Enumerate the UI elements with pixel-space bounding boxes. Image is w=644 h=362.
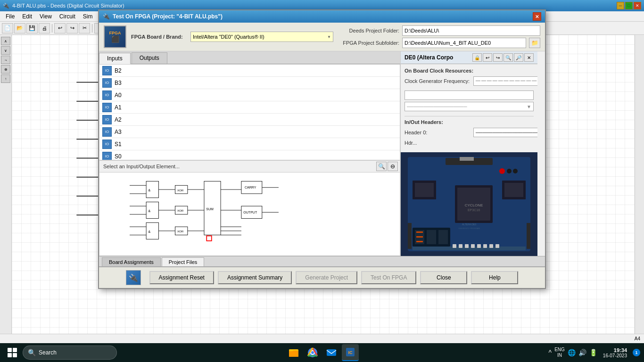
fpga-board-dropdown[interactable]: Intel/Altera "DE0" (Quartus® II) ▼: [190, 32, 333, 42]
language-indicator[interactable]: ENG IN: [554, 347, 565, 358]
header2-partial: Hdr...: [405, 140, 471, 146]
clock-section-title: On Board Clock Resources:: [405, 68, 534, 74]
project-folder-row: Deeds Project Folder:: [338, 25, 540, 36]
preview-zoom-out[interactable]: ⊖: [388, 162, 398, 171]
fpga-logo-top: FPGA: [109, 31, 121, 35]
generate-project-button[interactable]: Generate Project: [296, 271, 357, 284]
modal-close-button[interactable]: ✕: [533, 12, 541, 21]
svg-rect-134: [453, 244, 456, 248]
taskbar-mail[interactable]: [323, 344, 340, 361]
taskbar-deeds[interactable]: IC: [342, 344, 359, 361]
svg-rect-141: [495, 244, 499, 248]
deeds-logo-area: 🔌: [126, 270, 141, 285]
signal-s0[interactable]: IO S0: [99, 150, 400, 160]
svg-text:XOR: XOR: [177, 188, 184, 191]
tab-outputs[interactable]: Outputs: [132, 52, 167, 64]
battery-icon[interactable]: 🔋: [589, 349, 597, 356]
svg-text:&: &: [149, 230, 151, 233]
signal-icon-b3: IO: [102, 78, 112, 88]
svg-text:XOR: XOR: [177, 230, 184, 233]
board-panel-header: DE0 (Altera Corpo 🔒 ↩ ↪ 🔍 🔎 ✕: [401, 51, 537, 64]
svg-point-130: [513, 169, 518, 173]
svg-text:EP3C16: EP3C16: [468, 208, 480, 212]
chrome-icon: [307, 347, 318, 358]
taskbar-center: IC: [285, 344, 359, 361]
clock-dropdown[interactable]: ──────────────────▼: [405, 102, 534, 111]
signal-name-s0: S0: [115, 153, 122, 160]
svg-text:UNIVERSITY PROGRAM: UNIVERSITY PROGRAM: [458, 227, 480, 230]
lang-locale: IN: [554, 353, 565, 358]
board-zoom-btn[interactable]: 🔎: [514, 53, 523, 62]
signal-a0[interactable]: IO A0: [99, 89, 400, 101]
signal-name-a1: A1: [115, 104, 122, 111]
svg-rect-125: [416, 231, 423, 233]
taskbar-clock[interactable]: 19:34 16-07-2023: [601, 347, 629, 358]
clock-selector-row: ──────────────────▼: [405, 102, 534, 111]
svg-point-128: [499, 168, 505, 174]
assignment-reset-button[interactable]: Assignment Reset: [149, 271, 214, 284]
board-divider-1: [405, 116, 534, 116]
search-bar[interactable]: 🔍 Search: [23, 346, 117, 360]
project-subfolder-input[interactable]: [402, 38, 526, 48]
signal-name-a2: A2: [115, 116, 122, 123]
start-button[interactable]: [4, 344, 21, 361]
board-search-btn[interactable]: 🔍: [504, 53, 513, 62]
signal-a2[interactable]: IO A2: [99, 114, 400, 126]
modal-main-content: Inputs Outputs IO B2 IO B3 IO A0: [99, 51, 545, 256]
volume-icon[interactable]: 🔊: [578, 349, 586, 356]
board-close-btn[interactable]: ✕: [524, 53, 534, 62]
project-folder-input[interactable]: [402, 25, 540, 36]
notification-badge[interactable]: 1: [633, 349, 640, 356]
signal-name-a0: A0: [115, 92, 122, 99]
tab-inputs[interactable]: Inputs: [99, 53, 131, 64]
header-dropdown[interactable]: ───────────────────── ▼: [473, 128, 537, 137]
signal-a3[interactable]: IO A3: [99, 126, 400, 138]
board-toolbar: 🔒 ↩ ↪ 🔍 🔎 ✕: [472, 53, 534, 62]
signal-name-b3: B3: [115, 80, 122, 86]
board-lock-btn[interactable]: 🔒: [472, 53, 482, 62]
header-value: ─────────────────────: [476, 130, 537, 135]
win-sq-1: [8, 348, 12, 352]
lang-text: ENG: [554, 347, 565, 353]
tab-project-files[interactable]: Project Files: [162, 257, 205, 266]
circuit-preview: Select an Input/Output Element... 🔍 ⊖ &: [99, 160, 400, 256]
svg-rect-132: [527, 223, 530, 249]
deeds-logo-icon: 🔌: [126, 270, 141, 285]
signal-b2[interactable]: IO B2: [99, 65, 400, 77]
browse-folder-button[interactable]: 📁: [529, 38, 540, 48]
board-redo-btn[interactable]: ↪: [493, 53, 503, 62]
assignment-summary-button[interactable]: Assignment Summary: [218, 271, 292, 284]
test-fpga-dialog: 🔌 Test On FPGA (Project: "4-BIT ALU.pbs"…: [98, 9, 546, 289]
svg-text:&: &: [149, 209, 151, 213]
signal-icon-b2: IO: [102, 66, 112, 75]
fpga-board-label: FPGA Board / Brand:: [131, 34, 188, 40]
signal-icon-a1: IO: [102, 103, 112, 112]
help-button[interactable]: Help: [471, 271, 518, 284]
svg-rect-137: [471, 244, 475, 248]
network-icon[interactable]: 🌐: [568, 349, 576, 356]
taskbar-file-explorer[interactable]: [285, 344, 302, 361]
taskbar-chrome[interactable]: [304, 344, 321, 361]
svg-rect-136: [465, 244, 469, 248]
tab-board-assignments[interactable]: Board Assignments: [102, 257, 161, 266]
board-panel: DE0 (Altera Corpo 🔒 ↩ ↪ 🔍 🔎 ✕ On Board C…: [401, 51, 537, 256]
signal-a1[interactable]: IO A1: [99, 101, 400, 114]
signal-icon-a2: IO: [102, 115, 112, 124]
preview-zoom-in[interactable]: 🔍: [376, 162, 387, 171]
header-label: Header 0:: [405, 130, 471, 135]
signal-name-a3: A3: [115, 129, 122, 135]
svg-rect-123: [427, 230, 436, 244]
header2-row: Hdr...: [405, 140, 534, 146]
svg-rect-97: [206, 236, 212, 241]
system-tray: ^ ENG IN 🌐 🔊 🔋: [549, 347, 597, 358]
file-explorer-icon: [289, 347, 299, 358]
tray-show-hidden[interactable]: ^: [549, 349, 552, 356]
svg-rect-138: [477, 244, 481, 248]
board-undo-btn[interactable]: ↩: [483, 53, 492, 62]
svg-rect-140: [489, 244, 493, 248]
board-image-svg: CYCLONE EP3C16: [408, 157, 530, 251]
test-on-fpga-button[interactable]: Test On FPGA: [361, 271, 416, 284]
close-button[interactable]: Close: [420, 271, 467, 284]
signal-b3[interactable]: IO B3: [99, 77, 400, 89]
signal-s1[interactable]: IO S1: [99, 138, 400, 150]
